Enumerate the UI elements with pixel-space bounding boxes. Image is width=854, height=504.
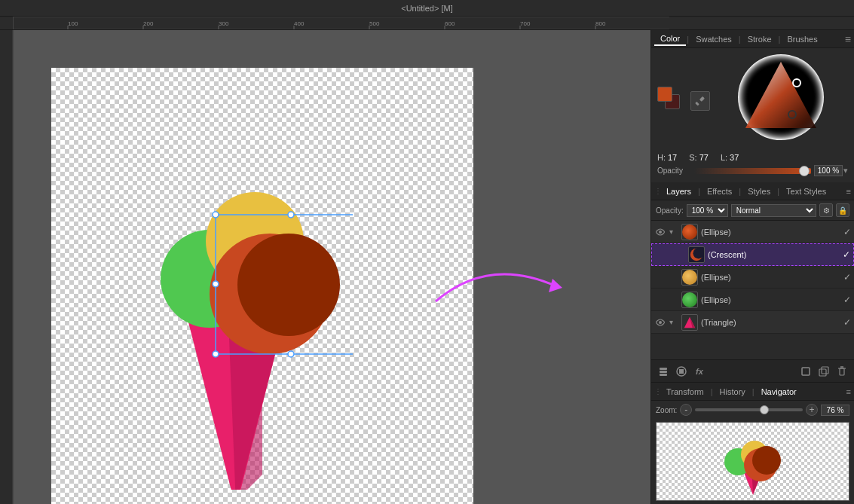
- color-swatches-group: [657, 87, 686, 115]
- layer-name: (Crescent): [708, 250, 840, 259]
- color-panel-menu-icon[interactable]: ≡: [845, 33, 851, 45]
- tab-text-styles[interactable]: Text Styles: [780, 185, 832, 197]
- main-area: Color | Swatches | Stroke | Brushes ≡: [0, 30, 854, 504]
- zoom-slider[interactable]: [695, 408, 803, 411]
- tab-navigator[interactable]: Navigator: [755, 386, 803, 398]
- color-pickers-row: [657, 54, 848, 147]
- delete-layer-button[interactable]: [834, 364, 849, 379]
- layer-item[interactable]: (Ellipse) ✓: [651, 266, 854, 289]
- svg-rect-54: [802, 368, 810, 375]
- fx-button[interactable]: fx: [692, 364, 707, 379]
- light-row: L: 37: [721, 153, 739, 162]
- tab-swatches[interactable]: Swatches: [690, 33, 738, 45]
- layer-check-icon[interactable]: ✓: [843, 272, 851, 283]
- zoom-plus-button[interactable]: +: [806, 404, 818, 416]
- layer-name: (Ellipse): [701, 295, 840, 304]
- new-layer-button[interactable]: [798, 364, 813, 379]
- tab-stroke[interactable]: Stroke: [742, 33, 778, 45]
- navigator-menu-icon[interactable]: ≡: [846, 387, 851, 396]
- layers-panel-menu-icon[interactable]: ≡: [846, 187, 851, 196]
- layer-visibility-icon[interactable]: [654, 226, 666, 238]
- layer-visibility-icon[interactable]: [655, 249, 667, 261]
- opacity-dropdown-arrow[interactable]: ▾: [843, 166, 848, 176]
- opacity-slider[interactable]: [694, 168, 811, 174]
- tab-brushes[interactable]: Brushes: [781, 33, 823, 45]
- canvas-area[interactable]: [14, 30, 650, 504]
- mask-button[interactable]: [674, 364, 689, 379]
- layer-name: (Ellipse): [701, 273, 840, 282]
- light-label: L:: [721, 153, 727, 162]
- navigator-panel-grip: ⋮: [654, 387, 660, 396]
- ellipse-green-thumb: [682, 292, 697, 307]
- opacity-value[interactable]: 100 %: [814, 165, 843, 176]
- annotation-arrow: [428, 241, 579, 333]
- svg-rect-36: [699, 96, 705, 101]
- hue-value: 17: [668, 153, 677, 162]
- tab-styles[interactable]: Styles: [742, 185, 776, 197]
- blend-mode-select[interactable]: Normal: [731, 204, 816, 217]
- navigator-tabs: ⋮ Transform | History | Navigator ≡: [651, 383, 854, 401]
- navigator-preview: [656, 422, 849, 501]
- layer-item[interactable]: ▾ (Ellipse) ✓: [651, 221, 854, 243]
- svg-point-65: [752, 446, 781, 475]
- tab-history[interactable]: History: [714, 386, 751, 398]
- tab-transform[interactable]: Transform: [660, 386, 710, 398]
- svg-point-28: [288, 212, 294, 218]
- layer-visibility-icon[interactable]: [654, 271, 666, 283]
- ellipse-yellow-thumb: [682, 270, 697, 285]
- navigator-zoom-row: Zoom: - + 76 %: [651, 401, 854, 419]
- color-panel-tabs: Color | Swatches | Stroke | Brushes ≡: [651, 30, 854, 48]
- ruler-row: /* rendered below */ 100 200 300 400 500…: [0, 17, 854, 30]
- layers-opacity-select[interactable]: 100 %: [687, 204, 728, 217]
- foreground-color-swatch[interactable]: [657, 87, 672, 102]
- opacity-thumb: [799, 166, 810, 176]
- layer-check-icon[interactable]: ✓: [843, 227, 851, 237]
- layer-check-icon[interactable]: ✓: [843, 295, 851, 305]
- eyedropper-button[interactable]: [690, 91, 710, 111]
- tab-effects[interactable]: Effects: [701, 185, 738, 197]
- svg-rect-55: [822, 367, 828, 374]
- svg-rect-37: [695, 101, 699, 105]
- layer-expand-icon[interactable]: ▾: [669, 318, 678, 326]
- layer-check-icon[interactable]: ✓: [843, 249, 850, 260]
- ellipse-orange-thumb: [682, 225, 697, 240]
- zoom-thumb: [760, 405, 769, 414]
- layer-thumbnail: [681, 292, 698, 308]
- sat-value: 77: [699, 153, 709, 162]
- layer-item[interactable]: (Crescent) ✓: [651, 243, 854, 266]
- layer-visibility-icon[interactable]: [654, 294, 666, 306]
- layers-icon-button[interactable]: [656, 364, 671, 379]
- layers-opacity-label: Opacity:: [656, 206, 684, 215]
- light-value: 37: [730, 153, 739, 162]
- tab-layers[interactable]: Layers: [660, 185, 697, 197]
- color-wheel-container: [715, 54, 848, 141]
- layer-check-icon[interactable]: ✓: [843, 317, 851, 328]
- zoom-value[interactable]: 76 %: [821, 405, 849, 416]
- color-wheel[interactable]: [738, 54, 825, 141]
- svg-rect-57: [840, 368, 844, 375]
- layer-expand-icon[interactable]: ▾: [669, 228, 678, 236]
- layer-visibility-icon[interactable]: [654, 316, 666, 328]
- svg-point-33: [288, 351, 294, 357]
- layers-settings-button[interactable]: ⚙: [819, 203, 833, 217]
- zoom-minus-button[interactable]: -: [680, 404, 692, 416]
- color-panel: Color | Swatches | Stroke | Brushes ≡: [651, 30, 854, 182]
- duplicate-button[interactable]: [816, 364, 831, 379]
- layers-panel: ⋮ Layers | Effects | Styles | Text Style…: [651, 182, 854, 382]
- svg-rect-49: [660, 368, 667, 370]
- zoom-label: Zoom:: [656, 406, 677, 414]
- layers-lock-button[interactable]: 🔒: [836, 203, 849, 217]
- document-title: <Untitled> [M]: [401, 4, 452, 13]
- svg-point-25: [237, 234, 340, 336]
- tab-color[interactable]: Color: [654, 32, 686, 46]
- layers-toolbar: fx: [651, 359, 854, 382]
- svg-rect-50: [660, 371, 667, 373]
- layers-options-row: Opacity: 100 % Normal ⚙ 🔒: [651, 200, 854, 221]
- layer-item[interactable]: ▾ (Triangle) ✓: [651, 311, 854, 334]
- svg-marker-35: [549, 279, 562, 292]
- layers-panel-tabs: ⋮ Layers | Effects | Styles | Text Style…: [651, 182, 854, 200]
- layer-item[interactable]: (Ellipse) ✓: [651, 289, 854, 311]
- title-bar: <Untitled> [M]: [0, 0, 854, 17]
- hsl-values: H: 17 S: 77 L: 37: [657, 153, 848, 162]
- layer-thumbnail: [681, 314, 698, 331]
